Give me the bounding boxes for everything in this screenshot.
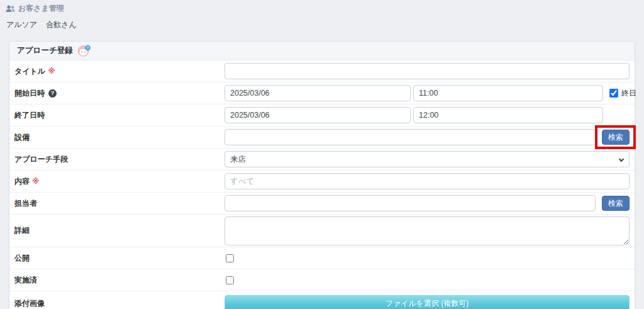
method-label-text: アプローチ手段 — [14, 154, 68, 165]
approach-registration-panel: アプローチ登録 ? タイトル ※ — [9, 41, 635, 309]
equipment-input[interactable] — [225, 129, 596, 145]
public-label-text: 公開 — [14, 253, 30, 264]
public-label: 公開 — [14, 253, 225, 264]
row-detail: 詳細 — [9, 215, 635, 247]
app-header: お客さま管理 — [0, 0, 644, 14]
row-title: タイトル ※ — [9, 60, 635, 82]
end-label-text: 終了日時 — [14, 110, 45, 121]
page: お客さま管理 アルソア 合歓さん アプローチ登録 ? — [0, 0, 644, 309]
approach-method-select[interactable]: 来店 — [225, 151, 630, 167]
start-date-input[interactable] — [225, 85, 411, 101]
breadcrumb-item-brand[interactable]: アルソア — [6, 20, 37, 30]
required-mark: ※ — [48, 67, 55, 76]
public-checkbox[interactable] — [226, 254, 234, 262]
title-label: タイトル ※ — [14, 66, 225, 77]
svg-text:?: ? — [86, 45, 89, 50]
content-input[interactable] — [225, 173, 630, 189]
equipment-label: 設備 — [14, 132, 225, 143]
title-label-text: タイトル — [14, 66, 45, 77]
staff-label: 担当者 — [14, 198, 225, 209]
attachment-label: 添付画像 — [14, 298, 225, 309]
start-time-input — [413, 85, 603, 101]
done-checkbox[interactable] — [226, 276, 234, 284]
breadcrumb: アルソア 合歓さん — [6, 20, 644, 30]
row-end-datetime: 終了日時 — [9, 104, 635, 126]
method-label: アプローチ手段 — [14, 154, 225, 165]
panel-title: アプローチ登録 — [17, 45, 73, 56]
required-mark: ※ — [32, 177, 40, 186]
end-time-input — [413, 107, 603, 123]
row-content: 内容 ※ — [9, 171, 635, 193]
allday-group: 終日 — [609, 88, 636, 99]
end-label: 終了日時 — [14, 110, 225, 121]
start-label-text: 開始日時 — [14, 88, 45, 99]
row-equipment: 設備 検索 — [9, 126, 635, 149]
done-label: 実施済 — [14, 275, 225, 286]
equipment-label-text: 設備 — [14, 132, 30, 143]
row-staff: 担当者 検索 — [9, 193, 635, 215]
detail-label: 詳細 — [14, 225, 225, 236]
panel-header: アプローチ登録 ? — [9, 42, 635, 60]
allday-checkbox[interactable] — [609, 89, 618, 98]
row-attachment: 添付画像 ファイルを選択 (複数可) — [9, 291, 635, 309]
equipment-search-button[interactable]: 検索 — [602, 130, 630, 145]
row-done: 実施済 — [9, 269, 635, 291]
staff-search-button[interactable]: 検索 — [602, 196, 630, 211]
allday-label: 終日 — [621, 88, 636, 99]
detail-label-text: 詳細 — [14, 225, 30, 236]
end-date-input[interactable] — [225, 107, 411, 123]
help-icon[interactable]: ? — [48, 89, 57, 98]
title-input[interactable] — [225, 63, 630, 79]
breadcrumb-item-customer[interactable]: 合歓さん — [46, 20, 77, 30]
staff-input[interactable] — [225, 195, 596, 211]
attachment-label-text: 添付画像 — [14, 298, 45, 309]
mascot-help-icon[interactable]: ? — [77, 45, 91, 57]
form: タイトル ※ 開始日時 ? 終日 — [9, 60, 635, 309]
app-title: お客さま管理 — [18, 3, 64, 14]
users-icon — [6, 5, 15, 13]
done-label-text: 実施済 — [14, 275, 37, 286]
start-label: 開始日時 ? — [14, 88, 225, 99]
row-approach-method: アプローチ手段 来店 — [9, 149, 635, 171]
content-label: 内容 ※ — [14, 176, 225, 187]
row-start-datetime: 開始日時 ? 終日 — [9, 82, 635, 104]
row-public: 公開 — [9, 247, 635, 269]
file-select-button[interactable]: ファイルを選択 (複数可) — [225, 295, 630, 309]
content-label-text: 内容 — [14, 176, 30, 187]
staff-label-text: 担当者 — [14, 198, 37, 209]
detail-textarea[interactable] — [225, 216, 630, 245]
